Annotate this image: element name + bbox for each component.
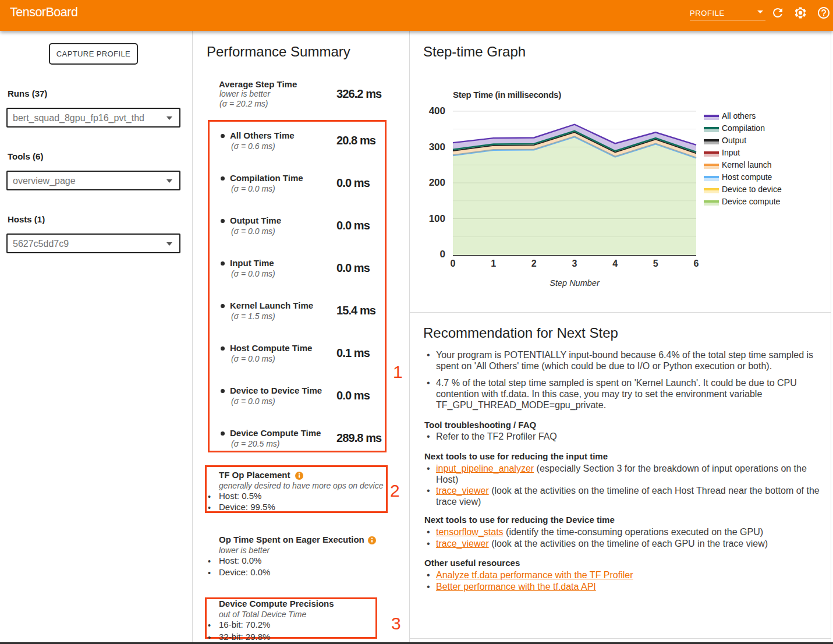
svg-text:200: 200 — [429, 177, 445, 188]
svg-text:0: 0 — [440, 249, 445, 260]
svg-text:400: 400 — [429, 105, 445, 116]
svg-text:6: 6 — [694, 259, 699, 268]
svg-text:4: 4 — [612, 259, 618, 268]
svg-text:300: 300 — [429, 141, 445, 153]
svg-text:5: 5 — [653, 259, 658, 268]
svg-text:1: 1 — [491, 259, 496, 268]
svg-text:Step Number: Step Number — [550, 278, 600, 288]
svg-text:100: 100 — [429, 213, 445, 224]
svg-text:Step Time (in milliseconds): Step Time (in milliseconds) — [453, 90, 561, 100]
svg-text:0: 0 — [451, 259, 456, 268]
svg-text:3: 3 — [572, 259, 577, 268]
svg-text:2: 2 — [531, 259, 537, 268]
